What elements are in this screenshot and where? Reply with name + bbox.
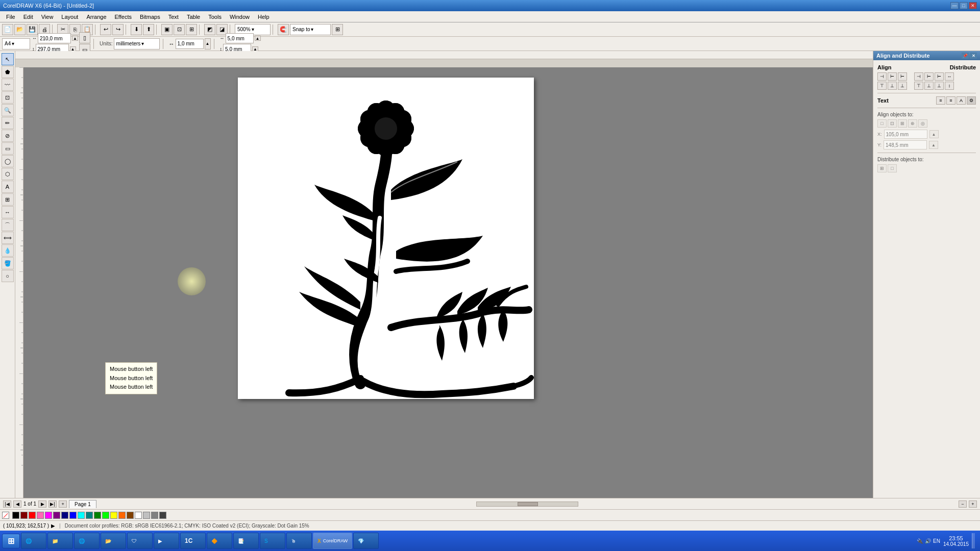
panel-close-button[interactable]: ✕ bbox=[970, 53, 977, 59]
volume-icon[interactable]: 🔊 bbox=[925, 538, 931, 544]
polygon-tool[interactable]: ⬡ bbox=[2, 168, 14, 180]
view-quality-1[interactable]: ◩ bbox=[204, 24, 215, 35]
freehand-tool[interactable]: ✏ bbox=[2, 117, 14, 129]
color-cyan[interactable] bbox=[78, 512, 85, 519]
text-align-center-button[interactable]: ≡ bbox=[946, 96, 955, 105]
no-fill-swatch[interactable] bbox=[2, 512, 9, 519]
minimize-button[interactable]: — bbox=[950, 2, 959, 9]
first-page-button[interactable]: |◀ bbox=[3, 500, 11, 508]
snap-x-spin[interactable]: ▲ bbox=[255, 36, 261, 41]
menu-arrange[interactable]: Arrange bbox=[82, 13, 110, 21]
color-dark-magenta[interactable] bbox=[53, 512, 60, 519]
maximize-button[interactable]: □ bbox=[960, 2, 968, 9]
dist-to-selection-button[interactable]: ⊞ bbox=[877, 164, 887, 172]
open-button[interactable]: 📂 bbox=[14, 24, 26, 35]
network-icon[interactable]: 🔌 bbox=[917, 538, 923, 544]
x-spin-up[interactable]: ▲ bbox=[929, 130, 939, 138]
menu-file[interactable]: File bbox=[2, 13, 19, 21]
color-light-gray[interactable] bbox=[143, 512, 150, 519]
taskbar-chrome[interactable]: 🌐 bbox=[21, 533, 46, 549]
dist-to-page-button[interactable]: □ bbox=[888, 164, 897, 172]
page-1-tab[interactable]: Page 1 bbox=[69, 500, 96, 508]
color-dark-cyan[interactable] bbox=[86, 512, 93, 519]
snap-options-button[interactable]: 🧲 bbox=[278, 24, 289, 35]
color-dark-green[interactable] bbox=[94, 512, 101, 519]
next-page-button[interactable]: ▶ bbox=[38, 500, 46, 508]
align-center-h-button[interactable]: ⊢ bbox=[888, 72, 897, 81]
drawing-canvas[interactable] bbox=[238, 78, 534, 399]
redo-button[interactable]: ↪ bbox=[112, 24, 124, 35]
menu-layout[interactable]: Layout bbox=[57, 13, 82, 21]
align-right-button[interactable]: ⊢ bbox=[898, 72, 907, 81]
taskbar-explorer-file[interactable]: 📁 bbox=[47, 533, 73, 549]
select-tool[interactable]: ↖ bbox=[2, 53, 14, 65]
color-orange[interactable] bbox=[118, 512, 126, 519]
dist-center-h-button[interactable]: ⊢ bbox=[924, 72, 934, 81]
smart-fill-tool[interactable]: ⊘ bbox=[2, 130, 14, 142]
show-location-button[interactable]: ▶ bbox=[51, 523, 55, 529]
import-button[interactable]: ⬇ bbox=[131, 24, 142, 35]
dist-top-button[interactable]: ⊤ bbox=[914, 82, 923, 90]
align-to-active-button[interactable]: ◎ bbox=[918, 119, 927, 128]
taskbar-1c[interactable]: 1С bbox=[180, 533, 206, 549]
text-format-button[interactable]: A bbox=[957, 96, 966, 105]
color-red[interactable] bbox=[29, 512, 36, 519]
taskbar-files[interactable]: 📑 bbox=[233, 533, 259, 549]
view-mode-1[interactable]: ▣ bbox=[161, 24, 173, 35]
color-white[interactable] bbox=[135, 512, 142, 519]
show-desktop-button[interactable] bbox=[972, 533, 975, 548]
taskbar-antivirus[interactable]: 🛡 bbox=[127, 533, 153, 549]
snap-to-dropdown[interactable]: Snap to ▾ bbox=[290, 24, 331, 35]
dist-spacing-v-button[interactable]: ↕ bbox=[945, 82, 954, 90]
view-mode-3[interactable]: ⊞ bbox=[186, 24, 197, 35]
width-up[interactable]: ▲ bbox=[72, 36, 78, 41]
color-brown[interactable] bbox=[127, 512, 134, 519]
portrait-button[interactable]: ▯ bbox=[79, 32, 90, 43]
align-bottom-button[interactable]: ⊥ bbox=[898, 82, 907, 90]
menu-view[interactable]: View bbox=[37, 13, 58, 21]
page-size-dropdown[interactable]: A4 ▾ bbox=[2, 38, 30, 49]
menu-bitmaps[interactable]: Bitmaps bbox=[136, 13, 164, 21]
panel-pin-button[interactable]: 📌 bbox=[962, 53, 969, 59]
align-to-page-button[interactable]: □ bbox=[877, 119, 887, 128]
zoom-tool[interactable]: 🔍 bbox=[2, 104, 14, 116]
zoom-out-button[interactable]: − bbox=[959, 500, 967, 508]
menu-text[interactable]: Text bbox=[164, 13, 183, 21]
nudge-spin[interactable]: ▲ bbox=[205, 38, 211, 49]
align-to-center-button[interactable]: ⊛ bbox=[908, 119, 917, 128]
color-dark-blue[interactable] bbox=[61, 512, 68, 519]
color-pink[interactable] bbox=[37, 512, 44, 519]
text-align-left-button[interactable]: ≡ bbox=[936, 96, 945, 105]
color-black[interactable] bbox=[12, 512, 19, 519]
crop-tool[interactable]: ⊡ bbox=[2, 91, 14, 104]
horizontal-scrollbar[interactable] bbox=[476, 502, 578, 507]
canvas-viewport[interactable]: Mouse button left Mouse button left Mous… bbox=[23, 67, 873, 498]
keyboard-icon[interactable]: EN bbox=[933, 538, 940, 544]
dist-spacing-h-button[interactable]: ↔ bbox=[945, 72, 954, 81]
start-button[interactable]: ⊞ bbox=[2, 534, 20, 548]
connector-tool[interactable]: ⌒ bbox=[2, 219, 14, 231]
taskbar-skype[interactable]: S bbox=[260, 533, 285, 549]
snap-x-input[interactable] bbox=[226, 33, 254, 43]
y-spin-up[interactable]: ▲ bbox=[929, 141, 938, 149]
add-page-button[interactable]: + bbox=[59, 500, 67, 508]
taskbar-app2[interactable]: 💎 bbox=[353, 533, 379, 549]
close-button[interactable]: ✕ bbox=[969, 2, 977, 9]
text-tool[interactable]: A bbox=[2, 181, 14, 193]
shape-tool[interactable]: ⬟ bbox=[2, 66, 14, 78]
export-button[interactable]: ⬆ bbox=[143, 24, 154, 35]
eyedropper-tool[interactable]: 💧 bbox=[2, 244, 14, 257]
dist-center-v-button[interactable]: ⊥ bbox=[924, 82, 934, 90]
dimension-tool[interactable]: ↔ bbox=[2, 206, 14, 218]
taskbar-cursorapp[interactable]: 🖱 bbox=[286, 533, 312, 549]
snap-extra[interactable]: ⊞ bbox=[332, 24, 343, 35]
dist-left-button[interactable]: ⊣ bbox=[914, 72, 923, 81]
align-top-button[interactable]: ⊤ bbox=[877, 82, 887, 90]
blend-tool[interactable]: ⟺ bbox=[2, 232, 14, 244]
dist-bottom-button[interactable]: ⊥ bbox=[935, 82, 944, 90]
align-center-v-button[interactable]: ⊥ bbox=[888, 82, 897, 90]
menu-edit[interactable]: Edit bbox=[19, 13, 37, 21]
h-scroll-thumb[interactable] bbox=[518, 502, 538, 506]
menu-help[interactable]: Help bbox=[254, 13, 274, 21]
align-to-margin-button[interactable]: ⊡ bbox=[888, 119, 897, 128]
